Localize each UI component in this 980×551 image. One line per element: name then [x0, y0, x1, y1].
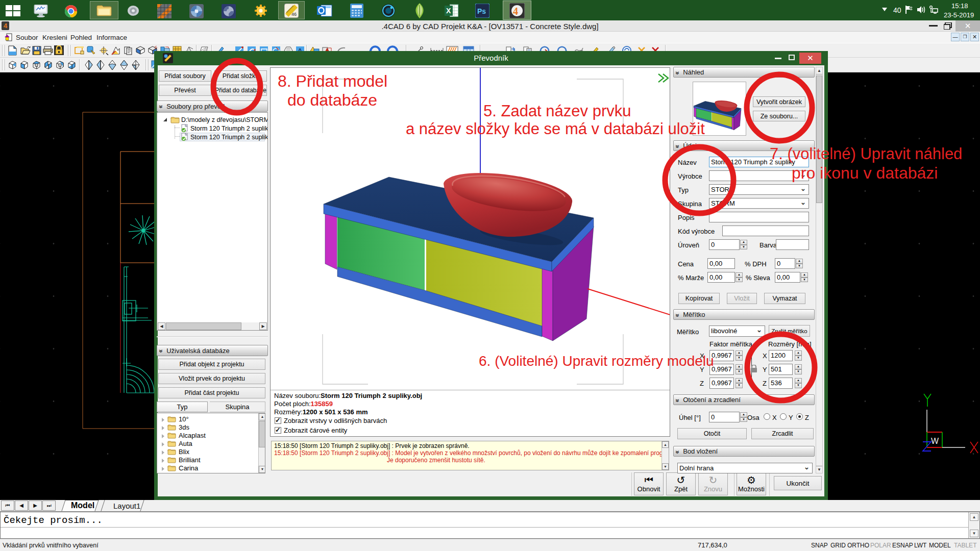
svg-text:Ps: Ps [477, 7, 486, 15]
svg-text:4: 4 [513, 6, 518, 17]
svg-text:46: 46 [291, 12, 297, 17]
svg-text:W: W [931, 437, 939, 445]
svg-text:X: X [446, 7, 451, 15]
